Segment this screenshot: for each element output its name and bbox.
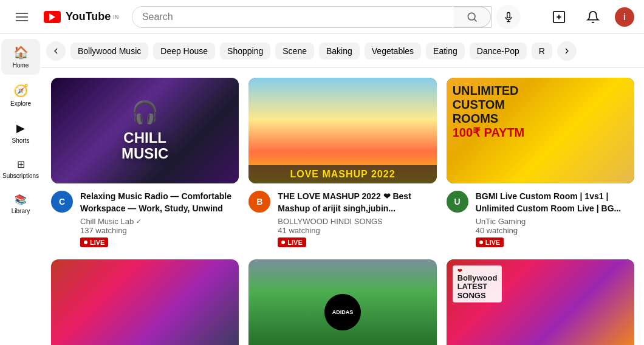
- category-r[interactable]: R: [532, 43, 552, 60]
- explore-icon: 🧭: [13, 83, 29, 98]
- thumb-3-label: UNLIMITEDCUSTOMROOMS100₹ PAYTM: [453, 84, 525, 140]
- sidebar-label-shorts: Shorts: [12, 137, 30, 144]
- video-title-1: Relaxing Music Radio — Comfortable Works…: [80, 191, 239, 214]
- video-card-3[interactable]: UNLIMITEDCUSTOMROOMS100₹ PAYTM U BGMI Li…: [447, 78, 634, 250]
- video-info-3: U BGMI Live Custom Room | 1vs1 | Unlimit…: [447, 183, 634, 250]
- sidebar-item-explore[interactable]: 🧭 Explore: [1, 77, 40, 113]
- video-title-3: BGMI Live Custom Room | 1vs1 | Unlimited…: [476, 191, 634, 214]
- video-card-1[interactable]: 🎧 CHILLMUSIC C Relaxing Music Radio — Co…: [51, 78, 239, 250]
- watch-count-2: 41 watching: [278, 226, 436, 235]
- sidebar: 🏠 Home 🧭 Explore ▶ Shorts ⊞ Subscription…: [0, 34, 41, 345]
- youtube-play-icon: [44, 11, 61, 23]
- channel-name-3: UnTic Gaming: [476, 217, 634, 226]
- live-badge-3: LIVE: [476, 237, 504, 247]
- categories-next-button[interactable]: [557, 41, 577, 61]
- live-dot-2: [281, 241, 285, 244]
- video-grid: 🎧 CHILLMUSIC C Relaxing Music Radio — Co…: [51, 78, 634, 345]
- library-icon: 📚: [15, 194, 27, 205]
- youtube-country: IN: [113, 14, 118, 20]
- thumbnail-6: ❤ BollywoodLATESTSONGS: [447, 259, 634, 345]
- category-deep-house[interactable]: Deep House: [153, 43, 215, 60]
- video-card-4[interactable]: I Live Music Performance India 2022 Indi…: [51, 259, 239, 345]
- hamburger-icon: [16, 13, 28, 21]
- channel-avatar-1: C: [51, 191, 73, 213]
- microphone-icon: [503, 12, 514, 22]
- channel-name-2: BOLLYWOOD HINDI SONGS: [278, 217, 436, 226]
- thumb-bg-4: [51, 259, 239, 345]
- thumbnail-4: [51, 259, 239, 345]
- search-icon: [466, 11, 478, 23]
- category-shopping[interactable]: Shopping: [220, 43, 270, 60]
- bell-icon: [586, 10, 600, 24]
- category-scene[interactable]: Scene: [275, 43, 314, 60]
- subscriptions-icon: ⊞: [17, 159, 25, 170]
- thumbnail-5: ADIDAS: [248, 259, 436, 345]
- header-right: i: [547, 5, 634, 29]
- sidebar-label-subscriptions: Subscriptions: [2, 172, 39, 179]
- header-left: YouTube IN: [10, 5, 118, 29]
- search-button[interactable]: [454, 7, 491, 27]
- live-dot-1: [84, 241, 87, 244]
- thumb-bg-2: LOVE MASHUP 2022: [248, 78, 436, 183]
- svg-point-0: [468, 13, 475, 20]
- thumb-bg-5: ADIDAS: [248, 259, 436, 345]
- watch-count-3: 40 watching: [476, 226, 634, 235]
- video-details-1: Relaxing Music Radio — Comfortable Works…: [80, 191, 239, 247]
- create-button[interactable]: [547, 5, 571, 29]
- thumbnail-2: LOVE MASHUP 2022: [248, 78, 436, 183]
- live-badge-1: LIVE: [80, 237, 108, 247]
- sidebar-label-explore: Explore: [10, 100, 31, 107]
- avatar[interactable]: i: [615, 7, 634, 27]
- video-info-2: B THE LOVE MASHUP 2022 ❤ Best Mashup of …: [248, 183, 436, 250]
- sidebar-label-library: Library: [12, 208, 30, 214]
- verified-icon-1: ✓: [136, 217, 142, 225]
- thumb-1-title: CHILLMUSIC: [122, 130, 168, 162]
- shorts-icon: ▶: [16, 121, 25, 135]
- channel-avatar-2: B: [248, 191, 270, 213]
- youtube-wordmark: YouTube: [66, 10, 111, 23]
- main-content: 🎧 CHILLMUSIC C Relaxing Music Radio — Co…: [41, 68, 644, 345]
- categories-bar: Bollywood Music Deep House Shopping Scen…: [41, 34, 644, 68]
- search-area: [132, 5, 521, 29]
- home-icon: 🏠: [13, 45, 29, 60]
- category-baking[interactable]: Baking: [319, 43, 360, 60]
- bollywood-latest-box: ❤ BollywoodLATESTSONGS: [453, 265, 502, 302]
- notifications-button[interactable]: [581, 5, 605, 29]
- live-badge-2: LIVE: [278, 237, 306, 247]
- youtube-logo[interactable]: YouTube IN: [44, 10, 118, 23]
- headphone-icon-thumb: 🎧: [131, 100, 159, 125]
- sidebar-item-home[interactable]: 🏠 Home: [1, 39, 40, 75]
- chevron-right-icon: [562, 46, 572, 56]
- chevron-left-icon: [51, 46, 61, 56]
- search-input[interactable]: [132, 7, 454, 27]
- sidebar-item-library[interactable]: 📚 Library: [1, 188, 40, 220]
- thumb-bg-6: ❤ BollywoodLATESTSONGS: [447, 259, 634, 345]
- category-bollywood-music[interactable]: Bollywood Music: [70, 43, 148, 60]
- thumb-bg-3: UNLIMITEDCUSTOMROOMS100₹ PAYTM: [447, 78, 634, 183]
- video-card-2[interactable]: LOVE MASHUP 2022 B THE LOVE MASHUP 2022 …: [248, 78, 436, 250]
- thumbnail-3: UNLIMITEDCUSTOMROOMS100₹ PAYTM: [447, 78, 634, 183]
- channel-name-1: Chill Music Lab ✓: [80, 217, 239, 226]
- sidebar-item-shorts[interactable]: ▶ Shorts: [1, 115, 40, 150]
- hamburger-menu-button[interactable]: [10, 5, 34, 29]
- voice-search-button[interactable]: [496, 5, 521, 29]
- create-icon: [552, 10, 566, 24]
- category-dance-pop[interactable]: Dance-Pop: [470, 43, 527, 60]
- video-title-2: THE LOVE MASHUP 2022 ❤ Best Mashup of ar…: [278, 191, 436, 214]
- sidebar-label-home: Home: [13, 62, 29, 69]
- thumb-2-label: LOVE MASHUP 2022: [248, 165, 436, 183]
- sidebar-item-subscriptions[interactable]: ⊞ Subscriptions: [1, 152, 40, 185]
- live-dot-3: [479, 241, 483, 244]
- watch-count-1: 137 watching: [80, 226, 239, 235]
- thumbnail-1: 🎧 CHILLMUSIC: [51, 78, 239, 183]
- adidas-logo: ADIDAS: [324, 294, 361, 330]
- video-details-2: THE LOVE MASHUP 2022 ❤ Best Mashup of ar…: [278, 191, 436, 247]
- category-eating[interactable]: Eating: [426, 43, 465, 60]
- categories-prev-button[interactable]: [46, 41, 66, 61]
- category-vegetables[interactable]: Vegetables: [365, 43, 421, 60]
- thumb-bg-1: 🎧 CHILLMUSIC: [51, 78, 239, 183]
- video-card-5[interactable]: ADIDAS S Outdoor Vlog — Adidas Street St…: [248, 259, 436, 345]
- header: YouTube IN i: [0, 0, 644, 34]
- search-bar: [132, 6, 492, 28]
- video-card-6[interactable]: ❤ BollywoodLATESTSONGS B Bollywood Lates…: [447, 259, 634, 345]
